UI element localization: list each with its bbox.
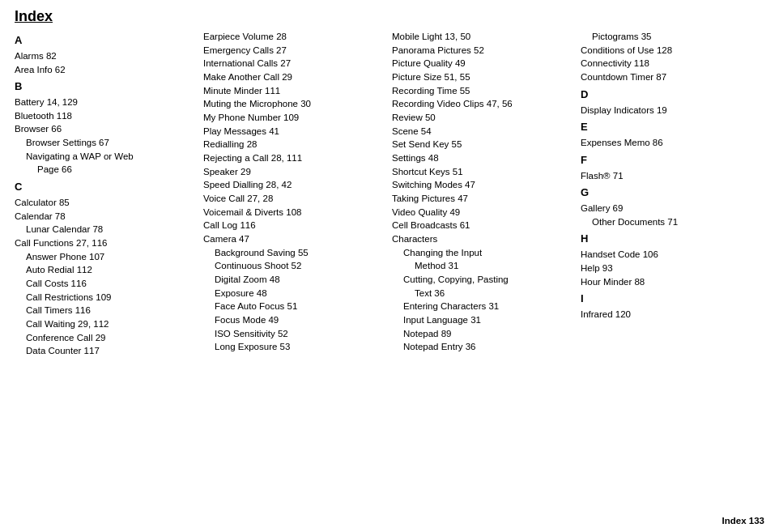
column-2: Earpiece Volume 28Emergency Calls 27Inte… bbox=[198, 30, 387, 513]
index-entry: Mobile Light 13, 50 bbox=[392, 30, 571, 44]
index-entry: Notepad Entry 36 bbox=[392, 340, 571, 354]
index-entry: Auto Redial 112 bbox=[15, 263, 194, 277]
index-entry: Hour Minder 88 bbox=[581, 275, 760, 289]
index-entry: Gallery 69 bbox=[581, 202, 760, 215]
index-entry: Panorama Pictures 52 bbox=[392, 44, 571, 57]
index-entry: Camera 47 bbox=[203, 232, 382, 246]
index-entry: Display Indicators 19 bbox=[581, 104, 760, 117]
index-entry: Earpiece Volume 28 bbox=[203, 30, 382, 44]
index-entry: Calculator 85 bbox=[15, 196, 194, 210]
index-entry: Shortcut Keys 51 bbox=[392, 165, 571, 179]
index-entry: Recording Video Clips 47, 56 bbox=[392, 97, 571, 111]
index-entry: Review 50 bbox=[392, 111, 571, 125]
index-entry: Help 93 bbox=[581, 262, 760, 275]
index-entry: Lunar Calendar 78 bbox=[15, 223, 194, 236]
index-entry: Call Restrictions 109 bbox=[15, 291, 194, 304]
index-entry: Call Costs 116 bbox=[15, 277, 194, 291]
index-entry: Redialling 28 bbox=[203, 138, 382, 151]
index-entry: Rejecting a Call 28, 111 bbox=[203, 151, 382, 165]
index-entry: Pictograms 35 bbox=[581, 30, 760, 44]
letter-heading-C: C bbox=[15, 180, 194, 195]
index-entry: Bluetooth 118 bbox=[15, 109, 194, 123]
index-entry: Focus Mode 49 bbox=[203, 313, 382, 327]
index-entry: Make Another Call 29 bbox=[203, 70, 382, 84]
index-entry: Data Counter 117 bbox=[15, 344, 194, 358]
index-entry: Browser 66 bbox=[15, 122, 194, 136]
letter-heading-G: G bbox=[581, 185, 760, 201]
index-entry: Speaker 29 bbox=[203, 165, 382, 179]
index-entry: Settings 48 bbox=[392, 151, 571, 165]
index-entry: Call Waiting 29, 112 bbox=[15, 317, 194, 331]
index-entry: Call Functions 27, 116 bbox=[15, 236, 194, 250]
letter-heading-E: E bbox=[581, 120, 760, 135]
index-entry: Connectivity 118 bbox=[581, 57, 760, 70]
index-entry: Characters bbox=[392, 232, 571, 246]
index-entry: Handset Code 106 bbox=[581, 248, 760, 262]
index-entry: Other Documents 71 bbox=[581, 215, 760, 229]
index-entry: Taking Pictures 47 bbox=[392, 192, 571, 206]
index-entry: Minute Minder 111 bbox=[203, 84, 382, 98]
letter-heading-I: I bbox=[581, 292, 760, 307]
index-entry: Input Language 31 bbox=[392, 313, 571, 327]
letter-heading-B: B bbox=[15, 79, 194, 95]
index-entry: Play Messages 41 bbox=[203, 125, 382, 138]
letter-heading-A: A bbox=[15, 33, 194, 49]
letter-heading-H: H bbox=[581, 232, 760, 247]
index-entry: My Phone Number 109 bbox=[203, 111, 382, 125]
index-entry: Call Timers 116 bbox=[15, 304, 194, 317]
index-entry: Long Exposure 53 bbox=[203, 340, 382, 354]
column-4: Pictograms 35Conditions of Use 128Connec… bbox=[576, 30, 764, 513]
page: { "title": "Index", "footer": "Index 133… bbox=[0, 0, 779, 532]
index-entry: Navigating a WAP or Web bbox=[15, 150, 194, 164]
index-entry: Digital Zoom 48 bbox=[203, 273, 382, 287]
index-entry: Emergency Calls 27 bbox=[203, 44, 382, 57]
index-entry: Scene 54 bbox=[392, 125, 571, 138]
index-entry: Calendar 78 bbox=[15, 210, 194, 223]
index-entry: Battery 14, 129 bbox=[15, 96, 194, 109]
index-entry: Picture Size 51, 55 bbox=[392, 70, 571, 84]
index-entry: Switching Modes 47 bbox=[392, 178, 571, 192]
index-entry: Flash® 71 bbox=[581, 169, 760, 183]
index-entry: Recording Time 55 bbox=[392, 84, 571, 98]
index-entry: Conditions of Use 128 bbox=[581, 44, 760, 57]
index-entry: Expenses Memo 86 bbox=[581, 136, 760, 150]
index-entry: Countdown Timer 87 bbox=[581, 70, 760, 84]
index-entry: Set Send Key 55 bbox=[392, 138, 571, 151]
index-entry: Infrared 120 bbox=[581, 308, 760, 321]
index-entry: Voicemail & Diverts 108 bbox=[203, 206, 382, 219]
index-entry: Exposure 48 bbox=[203, 287, 382, 300]
index-entry: Method 31 bbox=[392, 259, 571, 273]
index-entry: Muting the Microphone 30 bbox=[203, 97, 382, 111]
letter-heading-D: D bbox=[581, 87, 760, 103]
index-entry: International Calls 27 bbox=[203, 57, 382, 70]
index-entry: Cutting, Copying, Pasting bbox=[392, 273, 571, 287]
index-entry: Video Quality 49 bbox=[392, 206, 571, 219]
index-entry: Picture Quality 49 bbox=[392, 57, 571, 70]
index-entry: Answer Phone 107 bbox=[15, 250, 194, 264]
index-entry: Changing the Input bbox=[392, 246, 571, 260]
index-entry: Call Log 116 bbox=[203, 219, 382, 232]
index-entry: Cell Broadcasts 61 bbox=[392, 219, 571, 232]
index-entry: Background Saving 55 bbox=[203, 246, 382, 260]
index-entry: ISO Sensitivity 52 bbox=[203, 327, 382, 341]
page-footer: Index 133 bbox=[722, 516, 764, 526]
index-entry: Area Info 62 bbox=[15, 63, 194, 77]
column-3: Mobile Light 13, 50Panorama Pictures 52P… bbox=[387, 30, 576, 513]
index-columns: AAlarms 82Area Info 62BBattery 14, 129Bl… bbox=[15, 30, 764, 513]
index-entry: Face Auto Focus 51 bbox=[203, 300, 382, 313]
index-entry: Browser Settings 67 bbox=[15, 136, 194, 150]
index-entry: Page 66 bbox=[15, 163, 194, 177]
index-entry: Entering Characters 31 bbox=[392, 300, 571, 313]
letter-heading-F: F bbox=[581, 153, 760, 168]
page-title: Index bbox=[15, 8, 764, 25]
index-entry: Continuous Shoot 52 bbox=[203, 259, 382, 273]
column-1: AAlarms 82Area Info 62BBattery 14, 129Bl… bbox=[15, 30, 198, 513]
index-entry: Speed Dialling 28, 42 bbox=[203, 178, 382, 192]
index-entry: Conference Call 29 bbox=[15, 331, 194, 345]
index-entry: Notepad 89 bbox=[392, 327, 571, 341]
index-entry: Text 36 bbox=[392, 287, 571, 300]
index-entry: Alarms 82 bbox=[15, 49, 194, 63]
index-entry: Voice Call 27, 28 bbox=[203, 192, 382, 206]
